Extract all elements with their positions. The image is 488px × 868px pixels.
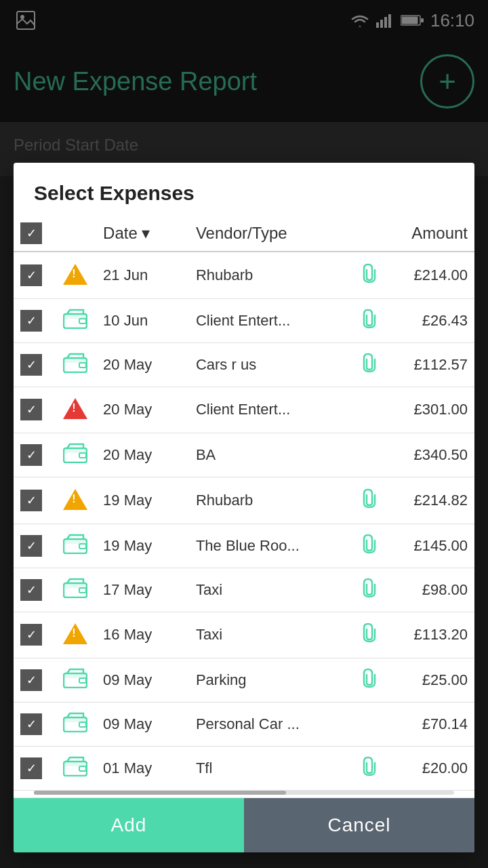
expense-table: Date ▾ Vendor/Type Amount 21 JunRhubarb … (14, 216, 474, 791)
row-type-icon (56, 703, 96, 747)
svg-rect-11 (79, 319, 86, 323)
svg-rect-31 (64, 762, 87, 766)
row-vendor: Client Entert... (189, 298, 353, 342)
svg-rect-32 (79, 766, 86, 771)
row-type-icon (56, 477, 96, 524)
row-type-icon (56, 342, 96, 387)
svg-rect-28 (64, 717, 87, 722)
row-attachment (353, 342, 389, 387)
row-type-icon (56, 298, 96, 342)
table-row: 20 MayClient Entert...£301.00 (14, 387, 474, 433)
row-date: 20 May (96, 342, 189, 387)
wallet-icon (63, 534, 87, 554)
row-checkbox[interactable] (20, 535, 42, 557)
row-amount: £25.00 (389, 658, 474, 703)
row-date: 09 May (96, 658, 189, 703)
header-check[interactable] (14, 216, 56, 252)
row-checkbox[interactable] (20, 354, 42, 376)
row-date: 20 May (96, 387, 189, 433)
row-attachment (353, 252, 389, 298)
row-checkbox[interactable] (20, 757, 42, 779)
table-header-row: Date ▾ Vendor/Type Amount (14, 216, 474, 252)
wallet-icon (63, 309, 87, 329)
paperclip-icon (360, 488, 379, 509)
table-row: 09 MayParking £25.00 (14, 658, 474, 703)
row-checkbox[interactable] (20, 399, 42, 420)
header-date[interactable]: Date ▾ (96, 216, 189, 252)
row-amount: £145.00 (389, 524, 474, 568)
row-date: 21 Jun (96, 252, 189, 298)
table-row: 10 JunClient Entert... £26.43 (14, 298, 474, 342)
row-checkbox[interactable] (20, 490, 42, 511)
row-type-icon (56, 387, 96, 433)
warning-orange-icon (63, 496, 87, 513)
row-date: 19 May (96, 477, 189, 524)
svg-rect-14 (79, 363, 86, 368)
row-attachment (353, 433, 389, 477)
row-type-icon (56, 252, 96, 298)
wallet-icon (63, 668, 87, 688)
row-checkbox[interactable] (20, 264, 42, 286)
row-type-icon (56, 433, 96, 477)
row-amount: £113.20 (389, 612, 474, 658)
paperclip-icon (360, 309, 379, 329)
table-row: 21 JunRhubarb £214.00 (14, 252, 474, 298)
scroll-bar (34, 791, 454, 795)
row-date: 16 May (96, 612, 189, 658)
scroll-thumb (34, 791, 286, 795)
row-checkbox[interactable] (20, 713, 42, 735)
row-checkbox[interactable] (20, 669, 42, 691)
row-date: 10 Jun (96, 298, 189, 342)
row-checkbox[interactable] (20, 624, 42, 646)
table-row: 16 MayTaxi £113.20 (14, 612, 474, 658)
row-type-icon (56, 568, 96, 612)
row-type-icon (56, 658, 96, 703)
row-checkbox[interactable] (20, 444, 42, 466)
row-checkbox[interactable] (20, 579, 42, 601)
row-attachment (353, 568, 389, 612)
row-vendor: BA (189, 433, 353, 477)
add-button[interactable]: Add (14, 798, 244, 852)
wallet-icon (63, 712, 87, 732)
row-vendor: Parking (189, 658, 353, 703)
row-attachment (353, 387, 389, 433)
row-amount: £214.00 (389, 252, 474, 298)
svg-rect-22 (64, 583, 87, 588)
table-row: 20 MayCars r us £112.57 (14, 342, 474, 387)
row-date: 17 May (96, 568, 189, 612)
warning-red-icon (63, 406, 87, 422)
row-attachment (353, 703, 389, 747)
row-amount: £98.00 (389, 568, 474, 612)
svg-rect-26 (79, 678, 86, 683)
row-amount: £70.14 (389, 703, 474, 747)
warning-orange-icon (63, 271, 87, 288)
modal-overlay: Select Expenses Date ▾ Vendor/Type Amoun… (0, 0, 488, 868)
row-date: 09 May (96, 703, 189, 747)
table-row: 19 MayThe Blue Roo... £145.00 (14, 524, 474, 568)
table-row: 17 MayTaxi £98.00 (14, 568, 474, 612)
select-expenses-dialog: Select Expenses Date ▾ Vendor/Type Amoun… (14, 163, 474, 852)
select-all-checkbox[interactable] (20, 222, 42, 244)
warning-orange-icon (63, 631, 87, 648)
row-checkbox[interactable] (20, 310, 42, 332)
row-date: 19 May (96, 524, 189, 568)
paperclip-icon (360, 623, 379, 643)
paperclip-icon (360, 353, 379, 373)
row-amount: £340.50 (389, 433, 474, 477)
row-date: 01 May (96, 747, 189, 791)
paperclip-icon (360, 668, 379, 688)
row-type-icon (56, 524, 96, 568)
table-row: 01 MayTfl £20.00 (14, 747, 474, 791)
svg-rect-10 (64, 314, 87, 319)
table-row: 09 MayPersonal Car ...£70.14 (14, 703, 474, 747)
row-vendor: The Blue Roo... (189, 524, 353, 568)
cancel-button[interactable]: Cancel (244, 798, 474, 852)
row-attachment (353, 612, 389, 658)
wallet-icon (63, 443, 87, 463)
header-attach (353, 216, 389, 252)
dialog-title: Select Expenses (14, 163, 474, 216)
header-amount: Amount (389, 216, 474, 252)
row-vendor: Taxi (189, 568, 353, 612)
row-attachment (353, 477, 389, 524)
row-vendor: Rhubarb (189, 477, 353, 524)
